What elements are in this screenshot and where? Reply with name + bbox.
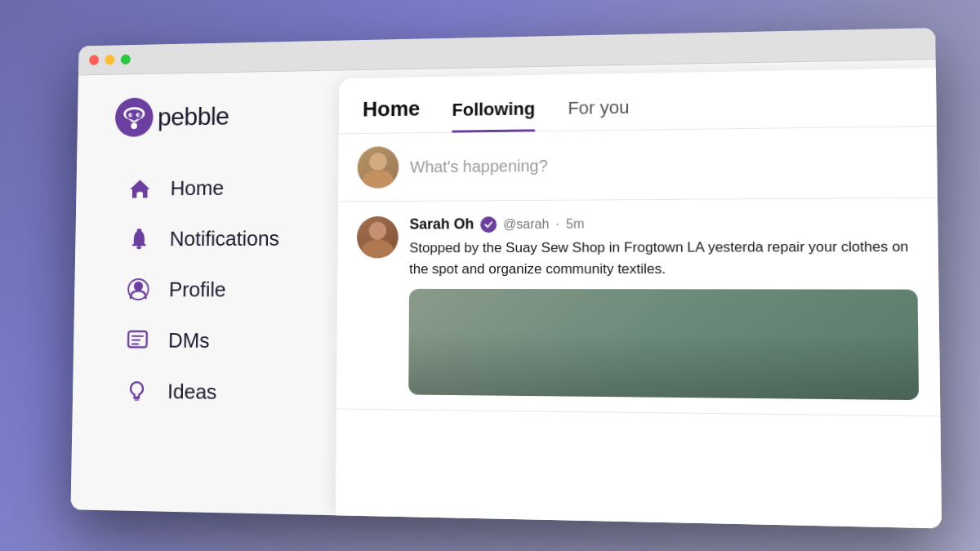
minimize-button[interactable] — [105, 54, 114, 64]
nav-items: Home Notifications — [110, 162, 314, 416]
compose-placeholder[interactable]: What's happening? — [410, 152, 916, 176]
lightbulb-icon — [122, 376, 150, 405]
svg-point-8 — [134, 281, 143, 291]
svg-point-6 — [136, 246, 141, 249]
svg-point-1 — [128, 113, 132, 117]
message-icon — [123, 326, 151, 354]
post-item: Sarah Oh @sarah · 5m Stopped by the Suay… — [336, 198, 940, 416]
logo: pebble — [115, 95, 316, 137]
person-icon — [124, 275, 152, 304]
feed: Sarah Oh @sarah · 5m Stopped by the Suay… — [336, 198, 942, 528]
compose-area: What's happening? — [338, 127, 938, 202]
home-icon — [126, 174, 154, 202]
sidebar-item-notifications-label: Notifications — [170, 225, 280, 251]
sidebar-item-notifications[interactable]: Notifications — [113, 214, 314, 262]
tab-for-you[interactable]: For you — [568, 96, 629, 130]
sidebar-item-dms-label: DMs — [168, 327, 210, 353]
bell-icon — [125, 224, 153, 253]
user-avatar — [357, 146, 399, 189]
post-dot: · — [555, 216, 559, 231]
post-image — [408, 288, 919, 399]
sidebar-item-profile[interactable]: Profile — [112, 265, 314, 313]
sidebar-item-profile-label: Profile — [169, 277, 226, 301]
svg-point-4 — [138, 113, 140, 115]
post-author-avatar — [357, 216, 399, 257]
svg-point-2 — [136, 113, 140, 117]
post-time: 5m — [566, 216, 584, 231]
verified-badge — [480, 216, 497, 232]
svg-point-3 — [131, 113, 132, 115]
maximize-button[interactable] — [121, 54, 131, 64]
post-handle: @sarah — [503, 216, 549, 231]
main-content: Home Following For you What's happening?… — [336, 68, 942, 528]
mac-window: pebble Home — [70, 28, 942, 528]
sidebar-item-home[interactable]: Home — [114, 162, 314, 211]
logo-icon — [115, 97, 154, 137]
post-author-name[interactable]: Sarah Oh — [409, 216, 474, 233]
close-button[interactable] — [89, 55, 99, 65]
sidebar: pebble Home — [70, 70, 339, 515]
sidebar-item-ideas-label: Ideas — [167, 379, 217, 404]
window-body: pebble Home — [70, 59, 942, 527]
logo-text: pebble — [158, 101, 229, 131]
svg-rect-15 — [134, 399, 139, 401]
svg-point-7 — [137, 229, 142, 232]
sidebar-item-ideas[interactable]: Ideas — [110, 367, 313, 417]
tab-following[interactable]: Following — [452, 98, 535, 131]
sidebar-item-home-label: Home — [170, 176, 224, 201]
tabs: Home Following For you — [339, 68, 937, 134]
post-header: Sarah Oh @sarah · 5m — [409, 213, 916, 233]
post-content: Sarah Oh @sarah · 5m Stopped by the Suay… — [408, 213, 919, 400]
svg-point-0 — [124, 108, 145, 127]
sidebar-item-dms[interactable]: DMs — [111, 316, 314, 365]
tab-home[interactable]: Home — [363, 96, 421, 132]
post-text: Stopped by the Suay Sew Shop in Frogtown… — [409, 236, 917, 279]
